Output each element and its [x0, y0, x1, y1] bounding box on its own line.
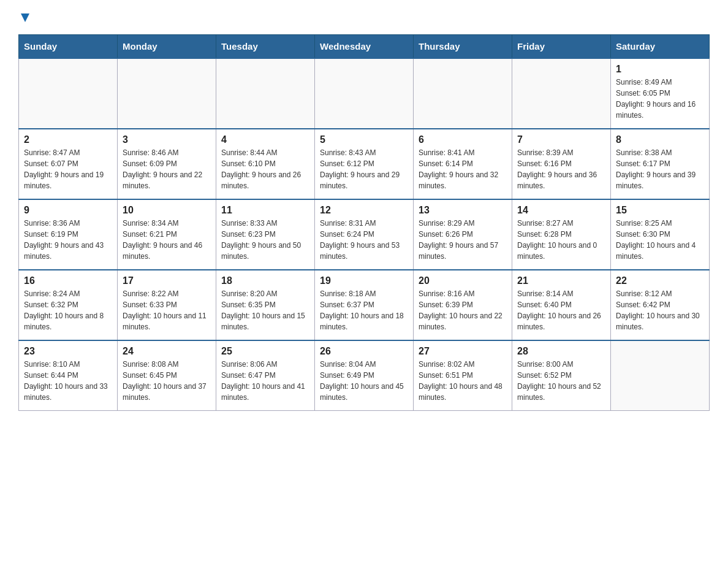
- day-info: Sunrise: 8:25 AMSunset: 6:30 PMDaylight:…: [616, 218, 704, 262]
- calendar-day-cell: 14Sunrise: 8:27 AMSunset: 6:28 PMDayligh…: [512, 199, 611, 270]
- day-info: Sunrise: 8:47 AMSunset: 6:07 PMDaylight:…: [24, 147, 112, 191]
- weekday-header-thursday: Thursday: [414, 35, 512, 59]
- day-info: Sunrise: 8:22 AMSunset: 6:33 PMDaylight:…: [123, 288, 211, 332]
- day-number: 13: [419, 205, 507, 216]
- calendar-week-row: 1Sunrise: 8:49 AMSunset: 6:05 PMDaylight…: [19, 58, 710, 129]
- day-number: 9: [24, 205, 112, 216]
- calendar-day-cell: [512, 58, 611, 129]
- day-number: 2: [24, 134, 112, 145]
- weekday-header-row: SundayMondayTuesdayWednesdayThursdayFrid…: [19, 35, 710, 59]
- day-info: Sunrise: 8:16 AMSunset: 6:39 PMDaylight:…: [419, 288, 507, 332]
- day-number: 7: [517, 134, 605, 145]
- calendar-day-cell: 23Sunrise: 8:10 AMSunset: 6:44 PMDayligh…: [19, 340, 118, 411]
- weekday-header-monday: Monday: [118, 35, 216, 59]
- svg-marker-0: [21, 13, 29, 22]
- day-number: 26: [320, 346, 408, 357]
- calendar-day-cell: 2Sunrise: 8:47 AMSunset: 6:07 PMDaylight…: [19, 129, 118, 199]
- calendar-day-cell: [118, 58, 216, 129]
- day-number: 14: [517, 205, 605, 216]
- day-info: Sunrise: 8:20 AMSunset: 6:35 PMDaylight:…: [221, 288, 309, 332]
- day-info: Sunrise: 8:34 AMSunset: 6:21 PMDaylight:…: [123, 218, 211, 262]
- day-number: 15: [616, 205, 704, 216]
- weekday-header-saturday: Saturday: [611, 35, 710, 59]
- calendar-day-cell: 26Sunrise: 8:04 AMSunset: 6:49 PMDayligh…: [315, 340, 414, 411]
- calendar-week-row: 16Sunrise: 8:24 AMSunset: 6:32 PMDayligh…: [19, 270, 710, 340]
- day-info: Sunrise: 8:24 AMSunset: 6:32 PMDaylight:…: [24, 288, 112, 332]
- day-info: Sunrise: 8:49 AMSunset: 6:05 PMDaylight:…: [616, 77, 704, 121]
- calendar-week-row: 9Sunrise: 8:36 AMSunset: 6:19 PMDaylight…: [19, 199, 710, 270]
- logo: [18, 12, 32, 28]
- day-number: 19: [320, 275, 408, 286]
- day-info: Sunrise: 8:33 AMSunset: 6:23 PMDaylight:…: [221, 218, 309, 262]
- day-info: Sunrise: 8:18 AMSunset: 6:37 PMDaylight:…: [320, 288, 408, 332]
- calendar-day-cell: 6Sunrise: 8:41 AMSunset: 6:14 PMDaylight…: [414, 129, 512, 199]
- day-number: 5: [320, 134, 408, 145]
- calendar-day-cell: 22Sunrise: 8:12 AMSunset: 6:42 PMDayligh…: [611, 270, 710, 340]
- calendar-day-cell: 9Sunrise: 8:36 AMSunset: 6:19 PMDaylight…: [19, 199, 118, 270]
- day-info: Sunrise: 8:14 AMSunset: 6:40 PMDaylight:…: [517, 288, 605, 332]
- day-info: Sunrise: 8:04 AMSunset: 6:49 PMDaylight:…: [320, 359, 408, 403]
- day-info: Sunrise: 8:38 AMSunset: 6:17 PMDaylight:…: [616, 147, 704, 191]
- calendar-day-cell: 15Sunrise: 8:25 AMSunset: 6:30 PMDayligh…: [611, 199, 710, 270]
- calendar-day-cell: 8Sunrise: 8:38 AMSunset: 6:17 PMDaylight…: [611, 129, 710, 199]
- day-number: 27: [419, 346, 507, 357]
- calendar-day-cell: 3Sunrise: 8:46 AMSunset: 6:09 PMDaylight…: [118, 129, 216, 199]
- day-info: Sunrise: 8:41 AMSunset: 6:14 PMDaylight:…: [419, 147, 507, 191]
- day-info: Sunrise: 8:44 AMSunset: 6:10 PMDaylight:…: [221, 147, 309, 191]
- day-info: Sunrise: 8:10 AMSunset: 6:44 PMDaylight:…: [24, 359, 112, 403]
- day-number: 23: [24, 346, 112, 357]
- weekday-header-friday: Friday: [512, 35, 611, 59]
- day-number: 10: [123, 205, 211, 216]
- day-info: Sunrise: 8:06 AMSunset: 6:47 PMDaylight:…: [221, 359, 309, 403]
- calendar-day-cell: [315, 58, 414, 129]
- day-number: 11: [221, 205, 309, 216]
- day-number: 4: [221, 134, 309, 145]
- day-number: 18: [221, 275, 309, 286]
- calendar-day-cell: 18Sunrise: 8:20 AMSunset: 6:35 PMDayligh…: [216, 270, 315, 340]
- day-info: Sunrise: 8:31 AMSunset: 6:24 PMDaylight:…: [320, 218, 408, 262]
- calendar-body: 1Sunrise: 8:49 AMSunset: 6:05 PMDaylight…: [19, 58, 710, 411]
- calendar-day-cell: 19Sunrise: 8:18 AMSunset: 6:37 PMDayligh…: [315, 270, 414, 340]
- day-number: 24: [123, 346, 211, 357]
- calendar-day-cell: 21Sunrise: 8:14 AMSunset: 6:40 PMDayligh…: [512, 270, 611, 340]
- calendar-day-cell: 25Sunrise: 8:06 AMSunset: 6:47 PMDayligh…: [216, 340, 315, 411]
- calendar-day-cell: [19, 58, 118, 129]
- calendar-day-cell: 13Sunrise: 8:29 AMSunset: 6:26 PMDayligh…: [414, 199, 512, 270]
- day-info: Sunrise: 8:36 AMSunset: 6:19 PMDaylight:…: [24, 218, 112, 262]
- day-info: Sunrise: 8:12 AMSunset: 6:42 PMDaylight:…: [616, 288, 704, 332]
- weekday-header-wednesday: Wednesday: [315, 35, 414, 59]
- day-info: Sunrise: 8:27 AMSunset: 6:28 PMDaylight:…: [517, 218, 605, 262]
- calendar-table: SundayMondayTuesdayWednesdayThursdayFrid…: [18, 34, 710, 411]
- calendar-day-cell: 12Sunrise: 8:31 AMSunset: 6:24 PMDayligh…: [315, 199, 414, 270]
- calendar-day-cell: 17Sunrise: 8:22 AMSunset: 6:33 PMDayligh…: [118, 270, 216, 340]
- calendar-header: SundayMondayTuesdayWednesdayThursdayFrid…: [19, 35, 710, 59]
- calendar-day-cell: 7Sunrise: 8:39 AMSunset: 6:16 PMDaylight…: [512, 129, 611, 199]
- day-number: 12: [320, 205, 408, 216]
- calendar-day-cell: 20Sunrise: 8:16 AMSunset: 6:39 PMDayligh…: [414, 270, 512, 340]
- day-info: Sunrise: 8:00 AMSunset: 6:52 PMDaylight:…: [517, 359, 605, 403]
- day-number: 20: [419, 275, 507, 286]
- weekday-header-sunday: Sunday: [19, 35, 118, 59]
- calendar-day-cell: 24Sunrise: 8:08 AMSunset: 6:45 PMDayligh…: [118, 340, 216, 411]
- calendar-day-cell: 16Sunrise: 8:24 AMSunset: 6:32 PMDayligh…: [19, 270, 118, 340]
- calendar-day-cell: [414, 58, 512, 129]
- calendar-week-row: 2Sunrise: 8:47 AMSunset: 6:07 PMDaylight…: [19, 129, 710, 199]
- calendar-day-cell: [216, 58, 315, 129]
- day-number: 17: [123, 275, 211, 286]
- day-number: 8: [616, 134, 704, 145]
- day-number: 22: [616, 275, 704, 286]
- calendar-day-cell: 5Sunrise: 8:43 AMSunset: 6:12 PMDaylight…: [315, 129, 414, 199]
- day-number: 16: [24, 275, 112, 286]
- day-info: Sunrise: 8:39 AMSunset: 6:16 PMDaylight:…: [517, 147, 605, 191]
- calendar-week-row: 23Sunrise: 8:10 AMSunset: 6:44 PMDayligh…: [19, 340, 710, 411]
- day-number: 25: [221, 346, 309, 357]
- day-info: Sunrise: 8:43 AMSunset: 6:12 PMDaylight:…: [320, 147, 408, 191]
- header: [18, 12, 710, 28]
- calendar-day-cell: 4Sunrise: 8:44 AMSunset: 6:10 PMDaylight…: [216, 129, 315, 199]
- calendar-day-cell: 1Sunrise: 8:49 AMSunset: 6:05 PMDaylight…: [611, 58, 710, 129]
- weekday-header-tuesday: Tuesday: [216, 35, 315, 59]
- calendar-day-cell: 10Sunrise: 8:34 AMSunset: 6:21 PMDayligh…: [118, 199, 216, 270]
- day-number: 6: [419, 134, 507, 145]
- day-info: Sunrise: 8:02 AMSunset: 6:51 PMDaylight:…: [419, 359, 507, 403]
- calendar-day-cell: [611, 340, 710, 411]
